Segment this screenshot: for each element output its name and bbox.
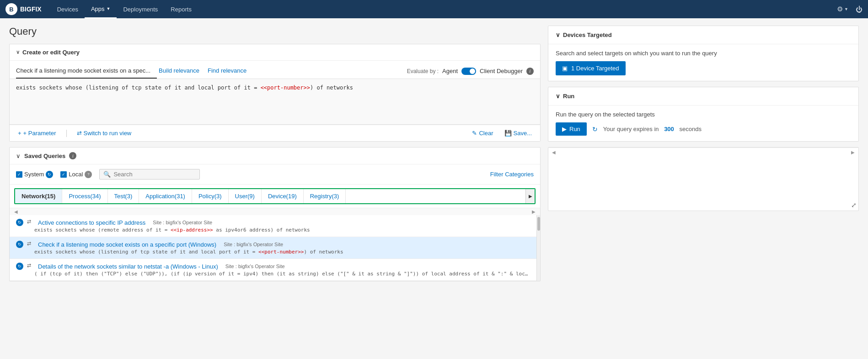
app-logo: B BIGFIX [5,3,42,15]
saved-queries-section: ∨ Saved Queries i ✓ System ↻ ✓ Local ? 🔍 [9,147,541,281]
run-header: ∨ Run [548,87,858,106]
query-arrows-icon: ⇄ [27,241,34,248]
search-box: 🔍 [99,169,200,180]
query-editor-section: ∨ Create or edit Query Check if a listen… [9,44,541,142]
category-tabs: Network(15) Process(34) Test(3) Applicat… [15,189,535,203]
chevron-down-icon[interactable]: ∨ [16,49,20,55]
power-button[interactable]: ⏻ [856,5,863,13]
target-icon: ▣ [562,65,568,72]
save-button[interactable]: 💾 Save... [502,128,535,138]
play-icon: ▶ [562,126,567,132]
query-tabs: Check if a listening mode socket exists … [10,61,540,79]
query-item-icon: ↻ [16,219,23,226]
run-body: Run the query on the selected targets ▶ … [548,106,858,141]
query-toolbar: + + Parameter ⇄ Switch to run view ✎ Cle… [10,125,540,141]
saved-queries-controls: ✓ System ↻ ✓ Local ? 🔍 Filter Categories [10,164,540,185]
local-icon: ? [85,171,92,178]
clear-button[interactable]: ✎ Clear [469,128,496,138]
category-scroll-right[interactable]: ▶ [525,189,535,203]
info-icon[interactable]: i [526,68,534,75]
run-button[interactable]: ▶ Run [556,122,587,136]
chevron-down-icon-2[interactable]: ∨ [16,153,21,159]
search-icon: 🔍 [103,171,111,178]
saved-queries-info-icon[interactable]: i [69,152,76,159]
query-list: ↻ ⇄ Active connections to specific IP ad… [10,215,540,281]
page-title: Query [9,26,541,37]
category-tab-registry[interactable]: Registry(3) [304,189,346,203]
save-icon: 💾 [504,130,512,137]
query-item-icon: ↻ [16,241,23,248]
saved-queries-header: ∨ Saved Queries i [10,148,540,164]
scroll-indicator: ◀ ▶ [10,208,540,215]
query-editor-header: ∨ Create or edit Query [10,44,540,61]
run-section: ∨ Run Run the query on the selected targ… [548,87,859,142]
results-area: ◀ ▶ ⤢ [548,147,859,211]
logo-icon: B [5,3,17,15]
devices-targeted-header: ∨ Devices Targeted [548,26,858,44]
chevron-icon[interactable]: ∨ [556,32,560,38]
devices-targeted-section: ∨ Devices Targeted Search and select tar… [548,26,859,81]
toolbar-divider [66,130,67,137]
nav-apps[interactable]: Apps ▼ [85,0,117,18]
list-item[interactable]: ↻ ⇄ Details of the network sockets simil… [10,259,536,281]
query-arrows-icon: ⇄ [27,263,34,270]
evaluate-toggle[interactable] [461,68,476,75]
query-input[interactable]: exists sockets whose (listening of tcp s… [10,79,540,125]
query-arrows-icon: ⇄ [27,219,34,226]
clear-icon: ✎ [472,130,477,137]
system-checkbox[interactable]: ✓ System ↻ [16,171,53,178]
plus-icon: + [18,130,21,137]
scrollbar[interactable] [536,215,540,281]
category-tab-process[interactable]: Process(34) [62,189,107,203]
results-scroll: ◀ ▶ [548,148,858,157]
tab-build-relevance[interactable]: Build relevance [159,63,206,79]
list-item[interactable]: ↻ ⇄ Active connections to specific IP ad… [10,215,536,237]
nav-reports[interactable]: Reports [164,0,198,18]
chevron-run-icon[interactable]: ∨ [556,93,560,100]
search-input[interactable] [113,171,196,178]
nav-devices[interactable]: Devices [51,0,85,18]
category-tab-network[interactable]: Network(15) [15,189,62,203]
local-checkbox[interactable]: ✓ Local ? [60,171,92,178]
devices-targeted-body: Search and select targets on which you w… [548,44,858,81]
device-targeted-button[interactable]: ▣ 1 Device Targeted [556,61,626,75]
scroll-right-icon[interactable]: ▶ [851,150,855,155]
nav-deployments[interactable]: Deployments [117,0,164,18]
system-icon: ↻ [46,171,53,178]
query-item-icon: ↻ [16,263,23,270]
settings-button[interactable]: ⚙ ▼ [837,5,848,13]
switch-view-button[interactable]: ⇄ Switch to run view [74,128,134,138]
category-tab-policy[interactable]: Policy(3) [192,189,229,203]
category-tab-device[interactable]: Device(19) [262,189,304,203]
refresh-icon[interactable]: ↻ [592,126,598,133]
category-tab-user[interactable]: User(9) [229,189,262,203]
scroll-left-icon[interactable]: ◀ [552,150,556,155]
switch-icon: ⇄ [77,130,82,137]
add-parameter-button[interactable]: + + Parameter [15,128,59,138]
category-tab-test[interactable]: Test(3) [108,189,139,203]
expand-button[interactable]: ⤢ [851,201,857,209]
category-tabs-container: Network(15) Process(34) Test(3) Applicat… [14,188,536,204]
tab-check-listening[interactable]: Check if a listening mode socket exists … [16,63,157,79]
list-item[interactable]: ↻ ⇄ Check if a listening mode socket exi… [10,237,536,259]
tab-find-relevance[interactable]: Find relevance [208,63,253,79]
filter-categories-button[interactable]: Filter Categories [490,171,534,178]
category-tab-application[interactable]: Application(31) [139,189,192,203]
